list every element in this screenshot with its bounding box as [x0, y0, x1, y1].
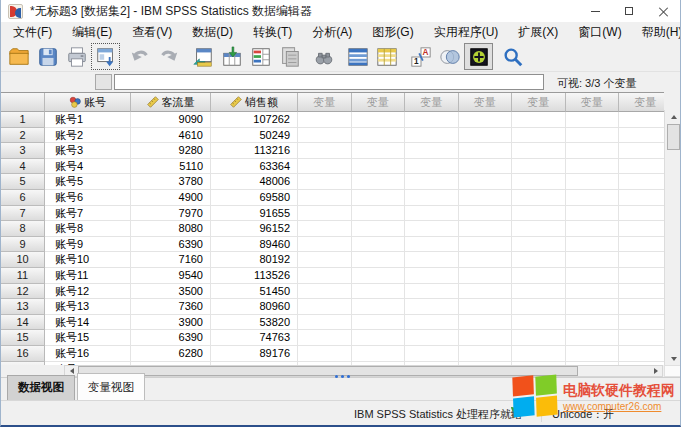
empty-cell[interactable]	[405, 268, 459, 284]
empty-cell[interactable]	[352, 159, 406, 175]
empty-cell[interactable]	[405, 299, 459, 315]
empty-cell[interactable]	[405, 346, 459, 362]
variable-column-header[interactable]: 变量	[512, 93, 566, 112]
corner-header-cell[interactable]	[1, 93, 45, 112]
variable-column-header[interactable]: 变量	[619, 93, 664, 112]
row-number-cell[interactable]: 13	[1, 299, 45, 315]
empty-cell[interactable]	[512, 143, 566, 159]
empty-cell[interactable]	[352, 299, 406, 315]
row-number-cell[interactable]: 9	[1, 237, 45, 253]
flow-cell[interactable]: 9280	[131, 143, 211, 159]
scroll-down-button[interactable]	[666, 352, 681, 365]
empty-cell[interactable]	[512, 330, 566, 346]
row-number-cell[interactable]: 14	[1, 315, 45, 331]
empty-cell[interactable]	[566, 221, 620, 237]
empty-cell[interactable]	[459, 284, 513, 300]
minimize-button[interactable]	[578, 0, 612, 22]
account-cell[interactable]: 账号7	[45, 206, 131, 222]
vertical-scrollbar[interactable]	[664, 110, 681, 365]
empty-cell[interactable]	[459, 112, 513, 128]
horizontal-scrollbar-thumb[interactable]	[78, 366, 578, 376]
empty-cell[interactable]	[405, 284, 459, 300]
account-cell[interactable]: 账号4	[45, 159, 131, 175]
sales-cell[interactable]: 107262	[211, 112, 298, 128]
empty-cell[interactable]	[566, 174, 620, 190]
empty-cell[interactable]	[352, 330, 406, 346]
row-number-cell[interactable]: 5	[1, 174, 45, 190]
open-file-button[interactable]	[4, 43, 33, 70]
empty-cell[interactable]	[405, 221, 459, 237]
sales-cell[interactable]: 51450	[211, 284, 298, 300]
empty-cell[interactable]	[566, 284, 620, 300]
empty-cell[interactable]	[459, 143, 513, 159]
empty-cell[interactable]	[352, 206, 406, 222]
row-number-cell[interactable]: 1	[1, 112, 45, 128]
account-cell[interactable]: 账号9	[45, 237, 131, 253]
empty-cell[interactable]	[459, 221, 513, 237]
empty-cell[interactable]	[566, 143, 620, 159]
row-number-cell[interactable]: 17	[1, 362, 45, 366]
empty-cell[interactable]	[512, 221, 566, 237]
save-button[interactable]	[33, 43, 62, 70]
variable-column-header[interactable]: 变量	[459, 93, 513, 112]
empty-cell[interactable]	[352, 284, 406, 300]
empty-cell[interactable]	[512, 268, 566, 284]
empty-cell[interactable]	[619, 237, 664, 253]
descriptive-statistics-button[interactable]	[275, 43, 304, 70]
empty-cell[interactable]	[512, 252, 566, 268]
empty-cell[interactable]	[352, 237, 406, 253]
empty-cell[interactable]	[619, 143, 664, 159]
sales-cell[interactable]: 113526	[211, 268, 298, 284]
menu-item[interactable]: 扩展(X)	[508, 22, 568, 42]
empty-cell[interactable]	[352, 190, 406, 206]
flow-cell[interactable]: 4900	[131, 190, 211, 206]
account-cell[interactable]: 账号6	[45, 190, 131, 206]
empty-cell[interactable]	[298, 174, 352, 190]
empty-cell[interactable]	[459, 315, 513, 331]
empty-cell[interactable]	[566, 237, 620, 253]
goto-case-button[interactable]	[188, 43, 217, 70]
account-cell[interactable]: 账号3	[45, 143, 131, 159]
empty-cell[interactable]	[352, 252, 406, 268]
row-number-cell[interactable]: 3	[1, 143, 45, 159]
row-number-cell[interactable]: 11	[1, 268, 45, 284]
empty-cell[interactable]	[459, 252, 513, 268]
sales-cell[interactable]: 96152	[211, 221, 298, 237]
split-file-button[interactable]	[343, 43, 372, 70]
empty-cell[interactable]	[405, 330, 459, 346]
goto-variable-button[interactable]	[217, 43, 246, 70]
flow-cell[interactable]: 6390	[131, 237, 211, 253]
account-cell[interactable]: 账号12	[45, 284, 131, 300]
column-header-sales[interactable]: 销售额	[211, 93, 298, 112]
empty-cell[interactable]	[512, 206, 566, 222]
flow-cell[interactable]: 6390	[131, 330, 211, 346]
row-number-cell[interactable]: 10	[1, 252, 45, 268]
empty-cell[interactable]	[298, 268, 352, 284]
empty-cell[interactable]	[298, 252, 352, 268]
empty-cell[interactable]	[619, 128, 664, 144]
recall-dialogs-button[interactable]	[91, 43, 120, 70]
variable-column-header[interactable]: 变量	[352, 93, 406, 112]
account-cell[interactable]: 账号8	[45, 221, 131, 237]
flow-cell[interactable]: 3780	[131, 174, 211, 190]
empty-cell[interactable]	[459, 206, 513, 222]
empty-cell[interactable]	[352, 346, 406, 362]
account-cell[interactable]: 账号14	[45, 315, 131, 331]
menu-item[interactable]: 文件(F)	[3, 22, 62, 42]
flow-cell[interactable]: 4610	[131, 128, 211, 144]
empty-cell[interactable]	[619, 159, 664, 175]
empty-cell[interactable]	[298, 346, 352, 362]
empty-cell[interactable]	[405, 190, 459, 206]
empty-cell[interactable]	[566, 346, 620, 362]
empty-cell[interactable]	[405, 128, 459, 144]
menu-item[interactable]: 图形(G)	[362, 22, 423, 42]
sales-cell[interactable]: 113216	[211, 143, 298, 159]
sales-cell[interactable]: 80192	[211, 252, 298, 268]
empty-cell[interactable]	[512, 128, 566, 144]
empty-cell[interactable]	[298, 159, 352, 175]
empty-cell[interactable]	[298, 299, 352, 315]
empty-cell[interactable]	[512, 299, 566, 315]
flow-cell[interactable]: 9540	[131, 268, 211, 284]
empty-cell[interactable]	[512, 346, 566, 362]
menu-item[interactable]: 帮助(H)	[632, 22, 681, 42]
